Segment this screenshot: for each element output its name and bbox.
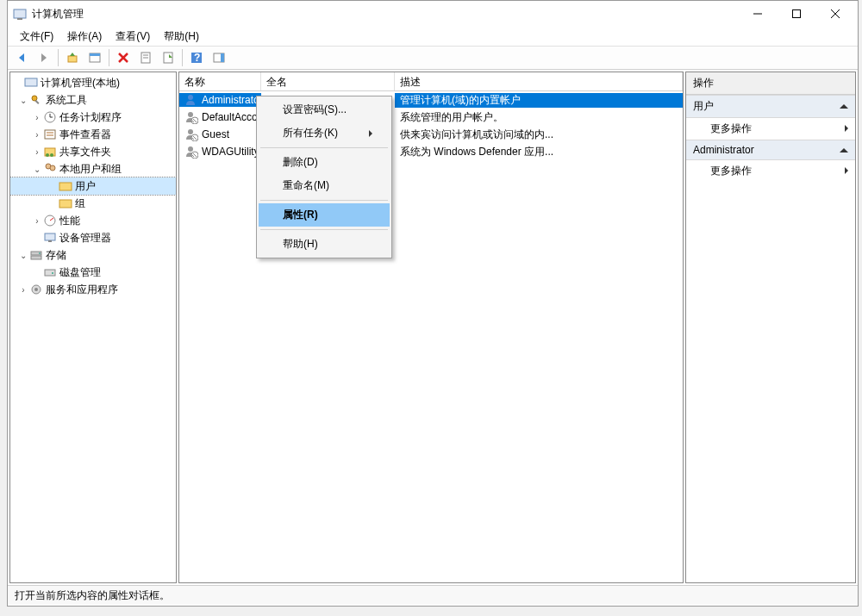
collapse-icon <box>840 148 848 152</box>
svg-rect-11 <box>90 53 100 56</box>
tree-services-apps[interactable]: › 服务和应用程序 <box>10 281 176 298</box>
event-icon <box>43 128 57 141</box>
clock-icon <box>43 110 57 124</box>
tree-label: 事件查看器 <box>59 128 111 142</box>
tree-groups[interactable]: 组 <box>10 195 176 212</box>
tree-label: 任务计划程序 <box>59 110 122 125</box>
actions-section-users[interactable]: 用户 <box>686 95 855 118</box>
folder-icon <box>59 196 72 210</box>
svg-rect-38 <box>59 200 72 208</box>
minimize-button[interactable] <box>738 1 777 27</box>
statusbar: 打开当前所选内容的属性对话框。 <box>8 585 858 604</box>
user-icon <box>184 128 198 141</box>
tree-label: 本地用户和组 <box>59 162 122 177</box>
svg-point-34 <box>50 153 53 157</box>
list-pane: 名称 全名 描述 Administrator管理计算机(域)的内置帐户Defau… <box>178 72 684 583</box>
help-button[interactable]: ? <box>186 48 207 67</box>
tree-label: 用户 <box>75 179 96 194</box>
up-button[interactable] <box>62 48 83 67</box>
menu-action[interactable]: 操作(A) <box>62 28 107 46</box>
svg-rect-8 <box>68 56 77 62</box>
window-controls <box>738 1 854 27</box>
tree-shared-folders[interactable]: › 共享文件夹 <box>10 143 176 160</box>
properties-button[interactable] <box>135 48 156 67</box>
device-icon <box>43 231 57 245</box>
ctx-all-tasks[interactable]: 所有任务(K) <box>259 121 390 145</box>
computer-icon <box>24 76 38 90</box>
expand-icon[interactable]: › <box>31 216 43 226</box>
expand-icon[interactable]: › <box>31 113 43 122</box>
ctx-label: 删除(D) <box>283 155 318 170</box>
svg-point-55 <box>188 129 193 134</box>
svg-point-49 <box>34 288 38 291</box>
actions-section-administrator[interactable]: Administrator <box>686 140 855 160</box>
actions-more-1[interactable]: 更多操作 <box>686 118 855 140</box>
collapse-icon[interactable]: ⌄ <box>31 165 43 174</box>
action-label: 更多操作 <box>710 122 752 134</box>
forward-button[interactable] <box>34 48 54 67</box>
tree-performance[interactable]: › 性能 <box>10 212 176 229</box>
tree-local-users-groups[interactable]: ⌄ 本地用户和组 <box>10 160 176 177</box>
tree-event-viewer[interactable]: › 事件查看器 <box>10 126 176 143</box>
tree-disk-management[interactable]: 磁盘管理 <box>10 264 176 281</box>
submenu-icon <box>369 130 372 137</box>
expand-icon[interactable]: › <box>17 285 29 295</box>
menu-file[interactable]: 文件(F) <box>15 28 59 46</box>
delete-button[interactable] <box>113 48 134 67</box>
menu-view[interactable]: 查看(V) <box>110 28 155 46</box>
tree-root[interactable]: 计算机管理(本地) <box>10 74 176 91</box>
ctx-separator <box>260 229 388 230</box>
user-name: Guest <box>202 128 229 140</box>
titlebar: 计算机管理 <box>8 1 858 27</box>
menu-help[interactable]: 帮助(H) <box>159 28 204 46</box>
tree-system-tools[interactable]: ⌄ 系统工具 <box>10 91 176 109</box>
toolbar-separator <box>182 49 183 66</box>
show-hide-tree-button[interactable] <box>84 48 105 67</box>
tree-label: 系统工具 <box>46 93 87 108</box>
list-row[interactable]: Administrator管理计算机(域)的内置帐户 <box>179 91 683 109</box>
list-body[interactable]: Administrator管理计算机(域)的内置帐户DefaultAccount… <box>179 91 683 582</box>
column-name[interactable]: 名称 <box>179 72 261 90</box>
ctx-help[interactable]: 帮助(H) <box>259 233 390 256</box>
ctx-delete[interactable]: 删除(D) <box>259 151 390 174</box>
action-pane-button[interactable] <box>209 48 229 67</box>
collapse-icon[interactable]: ⌄ <box>17 251 29 260</box>
list-row[interactable]: DefaultAccount系统管理的用户帐户。 <box>179 109 683 126</box>
svg-rect-1 <box>17 18 22 20</box>
ctx-set-password[interactable]: 设置密码(S)... <box>259 98 390 121</box>
tree-device-manager[interactable]: 设备管理器 <box>10 229 176 246</box>
list-row[interactable]: Guest供来宾访问计算机或访问域的内... <box>179 126 683 143</box>
list-header: 名称 全名 描述 <box>179 72 683 91</box>
list-row[interactable]: WDAGUtilityAccount系统为 Windows Defender 应… <box>179 143 683 160</box>
ctx-properties[interactable]: 属性(R) <box>259 203 390 227</box>
ctx-label: 重命名(M) <box>283 178 329 193</box>
user-description: 供来宾访问计算机或访问域的内... <box>400 128 553 142</box>
expand-icon[interactable]: › <box>31 130 43 140</box>
expand-icon[interactable]: › <box>31 147 43 157</box>
column-description[interactable]: 描述 <box>395 72 683 90</box>
actions-more-2[interactable]: 更多操作 <box>686 160 855 182</box>
svg-rect-29 <box>45 130 55 139</box>
ctx-separator <box>260 147 388 148</box>
context-menu: 设置密码(S)... 所有任务(K) 删除(D) 重命名(M) 属性(R) 帮助… <box>256 96 392 258</box>
tree-storage[interactable]: ⌄ 存储 <box>10 246 176 264</box>
back-button[interactable] <box>11 48 32 67</box>
export-button[interactable] <box>158 48 178 67</box>
navigation-tree[interactable]: 计算机管理(本地) ⌄ 系统工具 › 任务计划程序 › 事件查看器 <box>10 72 176 300</box>
column-fullname[interactable]: 全名 <box>261 72 395 90</box>
ctx-label: 属性(R) <box>283 208 318 222</box>
user-name: Administrator <box>202 94 261 106</box>
svg-rect-42 <box>48 240 52 242</box>
status-text: 打开当前所选内容的属性对话框。 <box>15 589 170 601</box>
tree-users[interactable]: 用户 <box>10 177 176 195</box>
ctx-rename[interactable]: 重命名(M) <box>259 174 390 197</box>
tree-task-scheduler[interactable]: › 任务计划程序 <box>10 109 176 126</box>
performance-icon <box>43 214 57 227</box>
toolbar: ? <box>8 46 858 70</box>
user-description: 管理计算机(域)的内置帐户 <box>400 93 521 108</box>
close-button[interactable] <box>815 1 854 27</box>
collapse-icon[interactable]: ⌄ <box>17 96 29 105</box>
maximize-button[interactable] <box>777 1 815 27</box>
svg-rect-37 <box>59 183 72 190</box>
tree-label: 服务和应用程序 <box>46 283 118 297</box>
